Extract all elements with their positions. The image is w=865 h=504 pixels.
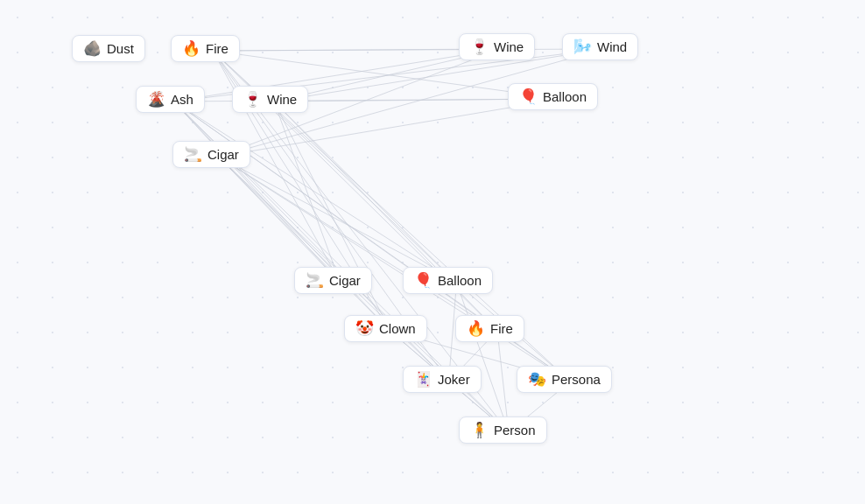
svg-line-23 (274, 102, 457, 283)
node-person-mid[interactable]: 🧍Person (459, 416, 547, 444)
node-emoji: 🎭 (528, 372, 546, 387)
edges-svg (0, 0, 865, 504)
svg-line-32 (219, 157, 390, 331)
svg-line-15 (174, 102, 390, 331)
node-label: Persona (552, 372, 601, 387)
node-emoji: 🎈 (519, 89, 538, 104)
node-label: Joker (438, 372, 470, 387)
node-fire-top[interactable]: 🔥Fire (171, 35, 240, 62)
node-emoji: 🪨 (83, 41, 102, 56)
node-emoji: 🚬 (306, 273, 324, 288)
node-label: Clown (379, 321, 416, 336)
node-balloon-top[interactable]: 🎈Balloon (508, 83, 598, 110)
node-emoji: 🔥 (467, 321, 485, 336)
svg-line-33 (219, 157, 498, 331)
svg-line-13 (174, 102, 457, 283)
svg-line-30 (219, 157, 457, 283)
svg-line-39 (457, 283, 510, 432)
node-wind-top[interactable]: 🌬️Wind (562, 33, 638, 60)
node-emoji: 🃏 (414, 372, 432, 387)
node-cigar-mid[interactable]: 🚬Cigar (294, 267, 372, 294)
svg-line-16 (174, 102, 498, 331)
node-label: Balloon (438, 273, 482, 288)
node-fire-mid[interactable]: 🔥Fire (455, 315, 524, 342)
node-emoji: 🌬️ (573, 39, 592, 54)
node-label: Wind (597, 39, 627, 54)
node-label: Cigar (329, 273, 361, 288)
node-emoji: 🎈 (414, 273, 432, 288)
svg-line-26 (274, 102, 497, 331)
node-cigar-top[interactable]: 🚬Cigar (172, 141, 250, 168)
node-emoji: 🍷 (243, 92, 262, 107)
node-label: Fire (490, 321, 513, 336)
node-label: Fire (206, 41, 229, 56)
node-label: Balloon (543, 89, 587, 104)
svg-line-31 (219, 157, 341, 283)
graph-container: 🪨Dust🔥Fire🍷Wine🌬️Wind🌋Ash🍷Wine🎈Balloon🚬C… (0, 0, 865, 504)
node-label: Wine (494, 39, 524, 54)
node-wine-top[interactable]: 🍷Wine (459, 33, 535, 60)
node-emoji: 🌋 (147, 92, 165, 107)
node-emoji: 🚬 (184, 147, 202, 162)
svg-line-1 (213, 49, 604, 51)
node-emoji: 🤡 (355, 321, 374, 336)
node-label: Person (494, 423, 536, 438)
node-balloon-mid[interactable]: 🎈Balloon (403, 267, 493, 294)
node-persona-mid[interactable]: 🎭Persona (517, 366, 612, 393)
node-joker-mid[interactable]: 🃏Joker (403, 366, 482, 393)
node-emoji: 🧍 (470, 423, 489, 438)
svg-line-24 (274, 102, 341, 283)
node-label: Cigar (207, 147, 239, 162)
node-label: Ash (171, 92, 193, 107)
svg-line-0 (213, 49, 501, 51)
node-emoji: 🍷 (470, 39, 489, 54)
node-label: Wine (267, 92, 297, 107)
node-wine2-top[interactable]: 🍷Wine (232, 86, 308, 113)
svg-line-14 (174, 102, 341, 283)
node-label: Dust (107, 41, 134, 56)
svg-line-25 (274, 102, 390, 331)
svg-line-35 (219, 157, 571, 382)
node-emoji: 🔥 (182, 41, 200, 56)
node-ash-top[interactable]: 🌋Ash (136, 86, 205, 113)
node-dust-top[interactable]: 🪨Dust (72, 35, 145, 62)
node-clown-mid[interactable]: 🤡Clown (344, 315, 427, 342)
